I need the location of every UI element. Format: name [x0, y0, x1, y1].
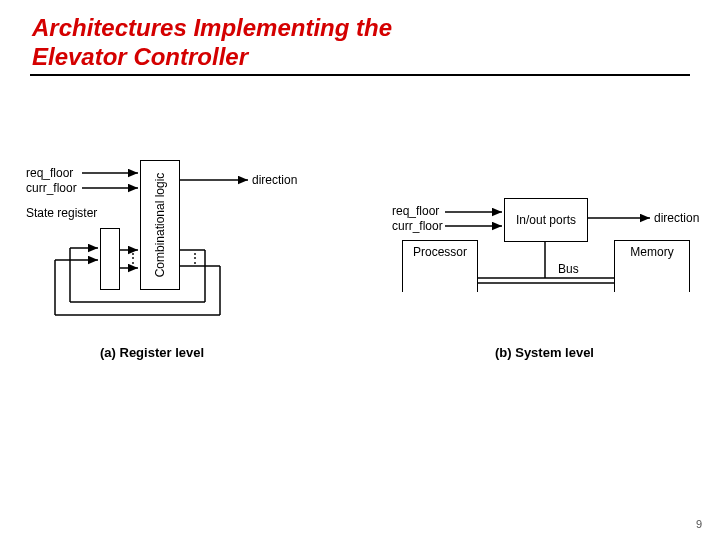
a-caption: (a) Register level — [100, 345, 204, 360]
a-output-direction-label: direction — [252, 173, 297, 187]
a-input-curr-label: curr_floor — [26, 181, 77, 195]
a-input-req-label: req_floor — [26, 166, 73, 180]
b-ioports-box: In/out ports — [504, 198, 588, 242]
b-memory-box: Memory — [614, 240, 690, 292]
b-memory-label: Memory — [630, 245, 673, 259]
a-ellipsis-right: ⋮ — [188, 250, 204, 266]
b-bus-label: Bus — [558, 262, 579, 276]
b-ioports-label: In/out ports — [516, 213, 576, 227]
b-input-curr-label: curr_floor — [392, 219, 443, 233]
b-processor-box: Processor — [402, 240, 478, 292]
b-output-direction-label: direction — [654, 211, 699, 225]
b-caption: (b) System level — [495, 345, 594, 360]
title-line-2: Elevator Controller — [32, 43, 248, 70]
a-combinational-logic-label: Combinational logic — [153, 173, 167, 278]
slide-title: Architectures Implementing the Elevator … — [32, 14, 392, 72]
b-input-req-label: req_floor — [392, 204, 439, 218]
a-state-register-box — [100, 228, 120, 290]
title-line-1: Architectures Implementing the — [32, 14, 392, 41]
page-number: 9 — [696, 518, 702, 530]
a-combinational-logic-box: Combinational logic — [140, 160, 180, 290]
diagram-area: req_floor curr_floor direction State reg… — [0, 150, 720, 410]
b-processor-label: Processor — [413, 245, 467, 259]
title-underline — [30, 74, 690, 76]
a-state-register-label: State register — [26, 206, 97, 220]
a-ellipsis-left: ⋮ — [126, 250, 142, 266]
